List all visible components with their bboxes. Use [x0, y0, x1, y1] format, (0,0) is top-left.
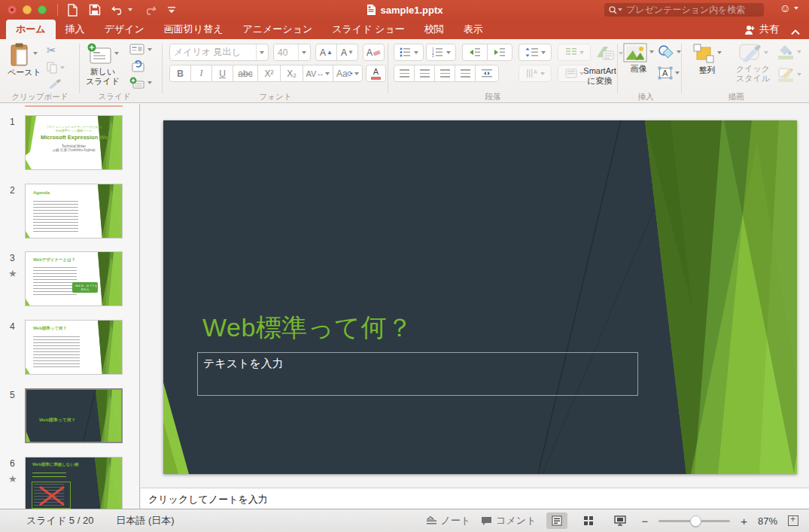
shape-fill-button[interactable] — [777, 44, 801, 60]
increase-indent-button[interactable] — [487, 44, 512, 61]
columns-button[interactable] — [558, 44, 591, 61]
font-name-caret[interactable] — [260, 51, 264, 56]
tab-insert[interactable]: 挿入 — [56, 20, 95, 39]
slide-thumbnail-6[interactable]: Web標準に準拠しない例 — [25, 457, 123, 512]
slide-canvas[interactable]: Web標準って何？ テキストを入力 — [163, 120, 797, 474]
slide-thumbnail-4[interactable]: Web標準って何？ — [25, 320, 123, 375]
bold-button[interactable]: B — [169, 65, 191, 82]
normal-view-button[interactable] — [546, 512, 567, 529]
case-caret[interactable] — [354, 72, 359, 78]
slide-thumbnail-2[interactable]: Agenda — [25, 184, 123, 239]
comments-toggle-button[interactable]: コメント — [481, 514, 536, 527]
justify-button[interactable] — [455, 65, 476, 82]
strikethrough-button[interactable]: abc — [233, 65, 258, 82]
align-center-button[interactable] — [414, 65, 435, 82]
slide-thumbnail-5-current[interactable]: Web標準って何？ — [25, 388, 123, 443]
slide-body-placeholder[interactable]: テキストを入力 — [197, 352, 638, 396]
new-presentation-button[interactable] — [67, 4, 78, 17]
reset-slide-button[interactable] — [129, 60, 144, 73]
font-color-button[interactable]: A — [366, 65, 386, 82]
tab-home[interactable]: ホーム — [6, 20, 56, 39]
undo-button[interactable] — [111, 5, 132, 15]
tab-design[interactable]: デザイン — [95, 20, 154, 39]
line-spacing-button[interactable] — [519, 44, 552, 61]
text-box-caret[interactable] — [675, 71, 680, 77]
fit-slide-to-window-button[interactable] — [788, 515, 798, 526]
close-button[interactable] — [8, 5, 17, 14]
cut-button[interactable]: ✂ — [47, 44, 56, 57]
bullets-caret[interactable] — [414, 51, 418, 56]
new-slide-caret[interactable] — [114, 52, 119, 57]
increase-font-size-button[interactable]: A▲ — [315, 44, 337, 61]
zoom-percentage[interactable]: 87% — [758, 515, 777, 527]
quick-styles-button[interactable]: クイック スタイル — [736, 43, 770, 83]
customize-toolbar-button[interactable] — [167, 6, 176, 14]
layout-caret[interactable] — [148, 48, 152, 53]
align-right-button[interactable] — [434, 65, 455, 82]
tab-transitions[interactable]: 画面切り替え — [154, 20, 233, 39]
zoom-slider[interactable] — [658, 520, 730, 522]
notes-pane[interactable]: クリックしてノートを入力 — [141, 488, 809, 509]
slide-thumbnail-1[interactable]: プロフェッショナルデザイナーのための Web標準サイト構築ツール Microso… — [25, 115, 123, 170]
slide-thumbnail-3[interactable]: Webデザイナーとは？ 「使える」サイトを作る人 — [25, 251, 123, 306]
share-button[interactable]: 共有 — [744, 20, 779, 39]
tab-slideshow[interactable]: スライド ショー — [322, 20, 414, 39]
zoom-window-button[interactable] — [38, 5, 47, 14]
line-spacing-caret[interactable] — [541, 51, 546, 56]
zoom-out-button[interactable]: − — [641, 515, 648, 527]
numbering-caret[interactable] — [446, 51, 451, 56]
shapes-button[interactable] — [658, 45, 681, 59]
decrease-font-size-button[interactable]: A▼ — [336, 44, 358, 61]
picture-button[interactable]: 画像 — [623, 43, 654, 74]
underline-button[interactable]: U — [211, 65, 233, 82]
spacing-caret[interactable] — [325, 72, 330, 78]
paste-caret[interactable] — [33, 52, 38, 57]
change-case-button[interactable]: Aa ⟳ — [333, 65, 363, 82]
tab-review[interactable]: 校閲 — [415, 20, 454, 39]
search-scope-caret[interactable] — [618, 8, 622, 14]
font-name-combo[interactable]: メイリオ 見出し — [169, 44, 269, 61]
quick-styles-caret[interactable] — [764, 51, 768, 56]
section-button[interactable] — [129, 77, 152, 89]
text-direction-caret[interactable] — [540, 72, 545, 78]
arrange-caret[interactable] — [717, 51, 722, 56]
italic-button[interactable]: I — [190, 65, 212, 82]
copy-button[interactable] — [47, 62, 65, 74]
feedback-button[interactable]: ☺ — [780, 2, 798, 14]
convert-smartart-label[interactable]: SmartArt に変換 — [576, 66, 623, 85]
character-spacing-button[interactable]: AV ↔ — [303, 65, 333, 82]
slide-title-text[interactable]: Web標準って何？ — [202, 311, 412, 345]
convert-smartart-button-icon[interactable] — [596, 45, 623, 62]
shape-fill-caret[interactable] — [797, 50, 801, 56]
align-left-button[interactable] — [394, 65, 415, 82]
redo-button[interactable] — [143, 5, 157, 15]
slideshow-view-button[interactable] — [610, 512, 631, 529]
picture-caret[interactable] — [649, 50, 654, 56]
slide-layout-button[interactable] — [129, 44, 152, 55]
format-painter-button[interactable] — [48, 78, 61, 90]
tab-animations[interactable]: アニメーション — [233, 20, 322, 39]
notes-toggle-button[interactable]: ノート — [426, 514, 471, 527]
presentation-search-input[interactable]: プレゼンテーション内を検索 — [604, 3, 764, 17]
superscript-button[interactable]: X² — [257, 65, 281, 82]
columns-caret[interactable] — [579, 51, 584, 56]
font-size-caret[interactable] — [302, 51, 306, 56]
slide-sorter-view-button[interactable] — [578, 512, 599, 529]
text-box-button[interactable]: A — [658, 66, 680, 80]
collapse-ribbon-button[interactable] — [791, 25, 800, 38]
language-indicator[interactable]: 日本語 (日本) — [116, 514, 174, 527]
copy-caret[interactable] — [60, 66, 65, 71]
decrease-indent-button[interactable] — [462, 44, 488, 61]
font-size-combo[interactable]: 40 — [273, 44, 311, 61]
zoom-in-button[interactable]: + — [741, 515, 747, 527]
clear-formatting-button[interactable]: A — [363, 44, 385, 61]
minimize-button[interactable] — [23, 5, 32, 14]
tab-view[interactable]: 表示 — [454, 20, 493, 39]
paste-button[interactable]: ペースト — [8, 43, 41, 78]
save-button[interactable] — [89, 4, 101, 16]
distribute-text-button[interactable] — [475, 65, 499, 82]
shape-outline-button[interactable] — [777, 66, 801, 83]
undo-dropdown-caret[interactable] — [128, 8, 132, 14]
subscript-button[interactable]: X₂ — [280, 65, 303, 82]
bullets-button[interactable] — [394, 44, 424, 61]
